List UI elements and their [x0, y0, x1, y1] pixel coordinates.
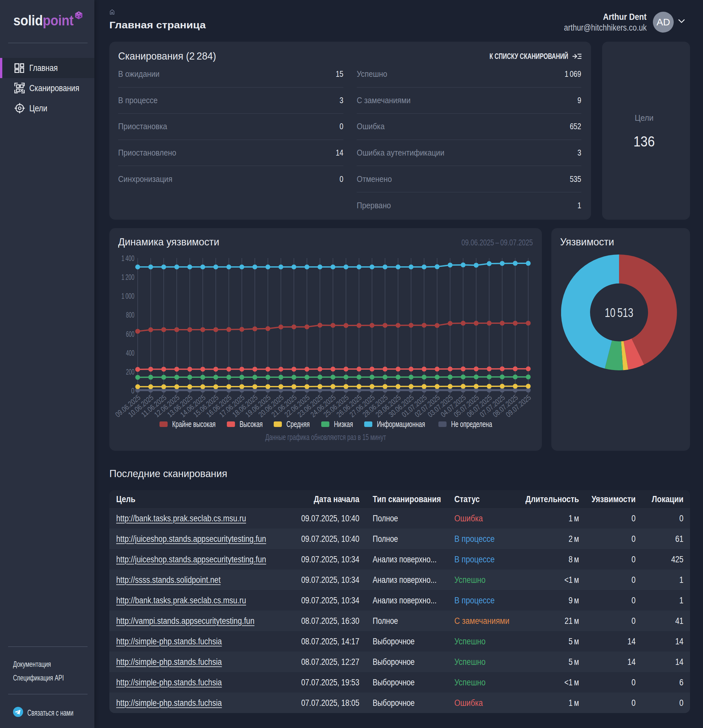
- svg-text:1 400: 1 400: [121, 254, 134, 263]
- svg-text:800: 800: [126, 311, 134, 319]
- svg-text:10 513: 10 513: [605, 306, 633, 319]
- svg-text:0: 0: [131, 387, 134, 395]
- svg-text:1 200: 1 200: [121, 273, 134, 282]
- svg-text:1 000: 1 000: [121, 292, 134, 300]
- svg-text:400: 400: [126, 349, 134, 357]
- svg-text:600: 600: [126, 330, 134, 338]
- svg-text:200: 200: [126, 368, 134, 376]
